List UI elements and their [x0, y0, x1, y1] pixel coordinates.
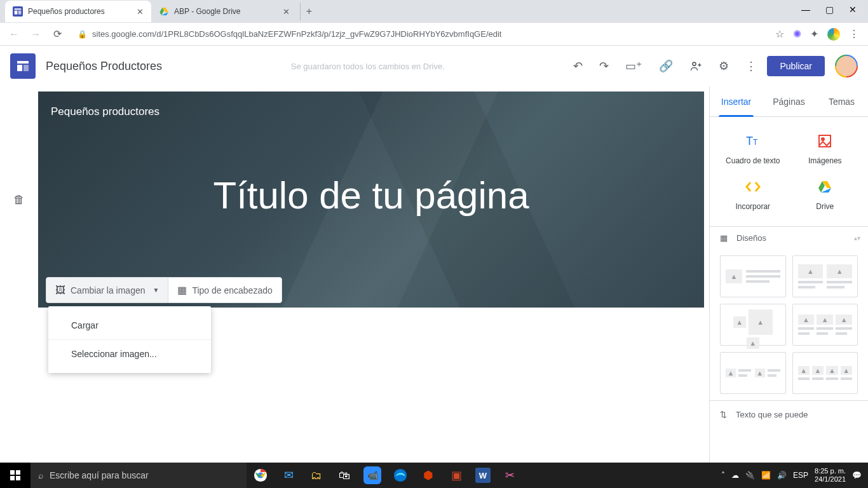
star-icon[interactable]: ☆ — [775, 28, 784, 40]
insert-textbox[interactable]: TT Cuadro de texto — [720, 132, 786, 165]
mail-icon[interactable]: ✉ — [275, 463, 302, 488]
layout-1[interactable]: ▲ — [720, 255, 786, 297]
insert-drive-label: Drive — [816, 202, 834, 211]
search-icon: ⌕ — [38, 470, 43, 480]
sites-favicon — [13, 6, 23, 17]
svg-rect-20 — [10, 470, 15, 475]
document-title[interactable]: Pequeños Productores — [46, 60, 162, 73]
share-icon[interactable] — [689, 60, 702, 72]
preview-icon[interactable]: ▭⁺ — [625, 59, 642, 73]
maximize-button[interactable]: ▢ — [825, 4, 834, 15]
extensions-icon[interactable]: ✦ — [810, 28, 818, 40]
language-indicator[interactable]: ESP — [793, 471, 808, 480]
layout-3[interactable]: ▲ ▲ ▲ — [720, 304, 786, 346]
powerpoint-icon[interactable]: ▣ — [442, 463, 470, 488]
notifications-icon[interactable]: 💬 — [852, 471, 862, 480]
wifi-icon[interactable]: 📶 — [761, 471, 771, 480]
header-type-button[interactable]: ▦ Tipo de encabezado — [168, 278, 281, 302]
drive-favicon — [159, 6, 169, 17]
battery-icon[interactable]: 🔌 — [745, 471, 755, 480]
layout-5[interactable]: ▲ ▲ — [720, 352, 786, 394]
page-title[interactable]: Título de tu página — [213, 173, 529, 217]
header-section[interactable]: Pequeños productores Título de tu página — [38, 92, 704, 308]
publish-button[interactable]: Publicar — [767, 56, 825, 76]
insert-images[interactable]: Imágenes — [792, 132, 858, 165]
account-avatar[interactable] — [835, 55, 858, 78]
tab-title: Pequeños productores — [28, 7, 132, 16]
undo-icon[interactable]: ↶ — [573, 59, 583, 73]
upload-option[interactable]: Cargar — [48, 311, 211, 340]
layouts-icon: ▦ — [720, 233, 728, 243]
tab-pages[interactable]: Páginas — [763, 86, 815, 116]
extension-icon[interactable]: ✺ — [793, 28, 801, 40]
layout-2[interactable]: ▲ ▲ — [792, 255, 858, 297]
reload-button[interactable]: ⟳ — [48, 25, 66, 43]
zoom-icon[interactable]: 📹 — [363, 466, 381, 484]
start-button[interactable] — [0, 463, 31, 488]
store-icon[interactable]: 🛍 — [330, 463, 358, 488]
new-tab-button[interactable]: + — [300, 3, 318, 20]
edge-icon[interactable] — [386, 463, 414, 488]
clock-date: 24/1/2021 — [815, 475, 846, 484]
close-icon[interactable]: ✕ — [137, 7, 144, 17]
select-image-option[interactable]: Seleccionar imagen... — [48, 340, 211, 368]
collapsible-text-row[interactable]: ⇅ Texto que se puede — [710, 400, 868, 428]
tab-title: ABP - Google Drive — [174, 7, 278, 16]
clock[interactable]: 8:25 p. m. 24/1/2021 — [815, 467, 846, 484]
svg-rect-8 — [17, 65, 22, 71]
svg-rect-3 — [18, 11, 22, 15]
drive-icon — [816, 178, 834, 196]
url-text: sites.google.com/d/1PRL8CbDs6OGsfqqlLbaN… — [92, 29, 501, 39]
profile-icon[interactable] — [827, 28, 840, 41]
tray-chevron-icon[interactable]: ˄ — [721, 471, 725, 480]
change-image-menu: Cargar Seleccionar imagen... — [48, 306, 211, 373]
back-button[interactable]: ← — [5, 25, 23, 43]
layouts-grid: ▲ ▲ ▲ ▲ ▲ ▲ ▲ ▲ ▲ ▲ ▲ ▲ ▲ — [710, 249, 868, 400]
close-icon[interactable]: ✕ — [283, 7, 290, 17]
link-icon[interactable]: 🔗 — [659, 59, 673, 73]
office-icon[interactable]: ⬢ — [414, 463, 442, 488]
chrome-icon[interactable] — [247, 463, 275, 488]
svg-point-10 — [693, 62, 696, 65]
layout-6[interactable]: ▲ ▲ ▲ ▲ — [792, 352, 858, 394]
textbox-icon: TT — [744, 132, 762, 150]
delete-section-icon[interactable]: 🗑 — [13, 193, 25, 463]
redo-icon[interactable]: ↷ — [599, 59, 609, 73]
header-toolbar: 🖼 Cambiar la imagen ▼ ▦ Tipo de encabeza… — [46, 277, 282, 303]
layout-4[interactable]: ▲ ▲ ▲ — [792, 304, 858, 346]
svg-rect-15 — [819, 135, 831, 147]
taskbar-search[interactable]: ⌕ Escribe aquí para buscar — [31, 463, 247, 488]
save-status: Se guardaron todos los cambios en Drive. — [172, 62, 563, 71]
browser-tab[interactable]: ABP - Google Drive ✕ — [151, 1, 297, 22]
tab-themes[interactable]: Temas — [815, 86, 868, 116]
site-name[interactable]: Pequeños productores — [51, 105, 159, 118]
images-icon — [816, 132, 834, 150]
url-field[interactable]: 🔒 sites.google.com/d/1PRL8CbDs6OGsfqqlLb… — [70, 25, 768, 43]
close-window-button[interactable]: ✕ — [849, 4, 857, 15]
settings-icon[interactable]: ⚙ — [719, 59, 729, 73]
explorer-icon[interactable]: 🗂 — [302, 463, 330, 488]
sites-logo[interactable] — [10, 53, 36, 79]
change-image-button[interactable]: 🖼 Cambiar la imagen ▼ — [46, 278, 168, 302]
svg-rect-1 — [15, 8, 22, 10]
layouts-header[interactable]: ▦ Diseños ▴▾ — [710, 226, 868, 249]
insert-drive[interactable]: Drive — [792, 178, 858, 211]
svg-rect-2 — [15, 11, 18, 15]
tab-insert[interactable]: Insertar — [710, 86, 763, 116]
collapse-icon[interactable]: ▴▾ — [854, 234, 860, 241]
header-type-label: Tipo de encabezado — [192, 285, 272, 295]
forward-button[interactable]: → — [27, 25, 44, 43]
menu-icon[interactable]: ⋮ — [849, 28, 859, 40]
header-icon: ▦ — [177, 284, 187, 296]
insert-embed[interactable]: Incorporar — [720, 178, 786, 211]
minimize-button[interactable]: — — [801, 4, 810, 15]
image-icon: 🖼 — [55, 285, 65, 296]
word-icon[interactable]: W — [475, 468, 491, 483]
chevron-down-icon: ▼ — [153, 287, 159, 294]
more-icon[interactable]: ⋮ — [745, 59, 757, 73]
browser-tab-active[interactable]: Pequeños productores ✕ — [5, 1, 151, 22]
volume-icon[interactable]: 🔊 — [777, 471, 787, 480]
page-canvas[interactable]: Pequeños productores Título de tu página… — [38, 92, 704, 463]
onedrive-icon[interactable]: ☁ — [731, 471, 739, 480]
snip-icon[interactable]: ✂ — [496, 463, 524, 488]
